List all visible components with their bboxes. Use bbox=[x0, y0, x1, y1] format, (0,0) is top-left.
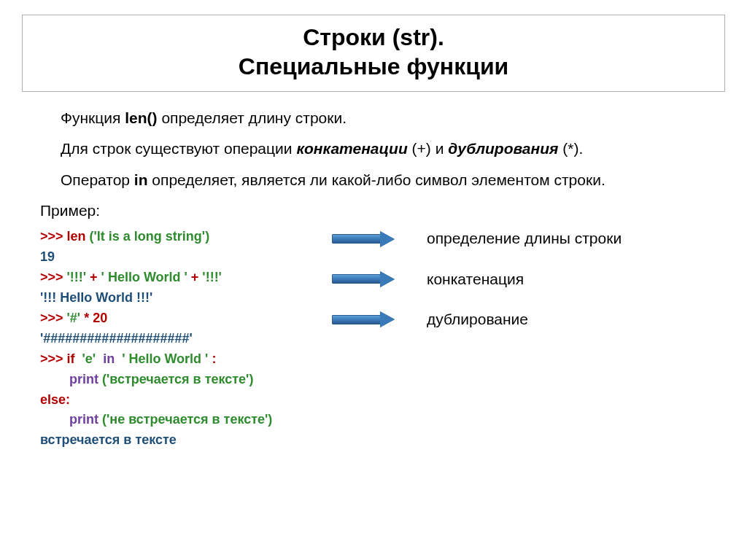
title-box: Строки (str). Специальные функции bbox=[22, 15, 725, 92]
slide: Строки (str). Специальные функции Функци… bbox=[0, 15, 747, 560]
colon: : bbox=[66, 392, 70, 407]
kw-in: in bbox=[103, 351, 115, 366]
prompt: >>> bbox=[40, 311, 67, 325]
code-line-9: else: bbox=[40, 390, 310, 411]
prompt: >>> bbox=[40, 351, 67, 366]
fn-print: print bbox=[69, 412, 102, 427]
code-block: >>> len ('It is a long string') 19 >>> '… bbox=[40, 227, 310, 451]
annotation-text-1: определение длины строки bbox=[427, 228, 622, 249]
fn: len bbox=[67, 229, 90, 244]
arrow-icon bbox=[332, 273, 398, 285]
slide-title: Строки (str). Специальные функции bbox=[37, 23, 710, 81]
text: определяет длину строки. bbox=[158, 109, 347, 126]
annotation-text-3: дублирование bbox=[427, 309, 528, 330]
inline-bold-italic: конкатенации bbox=[296, 140, 407, 157]
code-output-hello: '!!! Hello World !!!' bbox=[40, 288, 310, 308]
str: '!!!' bbox=[202, 270, 222, 284]
example-columns: >>> len ('It is a long string') 19 >>> '… bbox=[40, 227, 707, 451]
fn-print: print bbox=[69, 372, 102, 386]
text: Оператор bbox=[61, 171, 134, 188]
str: '!!!' bbox=[67, 270, 87, 284]
text: определяет, является ли какой-либо симво… bbox=[148, 171, 605, 188]
code-output-final: встречается в тексте bbox=[40, 430, 310, 451]
str: ' Hello World ' bbox=[122, 351, 208, 366]
code-output-hashes: '####################' bbox=[40, 329, 310, 349]
title-line-1: Строки (str). bbox=[303, 24, 444, 50]
code-line-3: >>> '!!!' + ' Hello World ' + '!!!' bbox=[40, 268, 310, 288]
arrow-icon bbox=[332, 233, 398, 245]
code-output-19: 19 bbox=[40, 247, 310, 268]
inline-bold: len() bbox=[125, 109, 157, 126]
kw-if: if bbox=[67, 351, 82, 366]
paragraph-in: Оператор in определяет, является ли како… bbox=[40, 170, 707, 190]
colon: : bbox=[208, 351, 216, 366]
paragraph-ops: Для строк существуют операции конкатенац… bbox=[40, 139, 707, 159]
prompt: >>> bbox=[40, 270, 67, 284]
annotation-text-2: конкатенация bbox=[427, 269, 524, 289]
paragraph-len: Функция len() определяет длину строки. bbox=[40, 108, 707, 128]
str: 'e' bbox=[82, 351, 96, 366]
str: ' Hello World ' bbox=[101, 270, 187, 284]
slide-body: Функция len() определяет длину строки. Д… bbox=[0, 99, 747, 451]
text: Для строк существуют операции bbox=[61, 140, 296, 157]
code-line-1: >>> len ('It is a long string') bbox=[40, 227, 310, 247]
annotation-row-3: дублирование bbox=[310, 309, 707, 330]
indent bbox=[40, 372, 69, 386]
inline-bold: in bbox=[134, 171, 148, 188]
kw-else: else bbox=[40, 392, 66, 407]
code-line-10: print ('не встречается в тексте') bbox=[40, 410, 310, 430]
arrow-icon bbox=[332, 314, 398, 325]
space bbox=[115, 351, 122, 366]
text: (+) и bbox=[408, 140, 448, 157]
prompt: >>> bbox=[40, 229, 67, 244]
annotation-row-2: конкатенация bbox=[310, 269, 707, 289]
inline-bold-italic: дублирования bbox=[448, 140, 558, 157]
str: '#' bbox=[67, 311, 81, 325]
num: 20 bbox=[93, 311, 107, 325]
space bbox=[96, 351, 103, 366]
annotations-column: определение длины строки конкатенация ду… bbox=[310, 227, 707, 349]
code-line-8: print ('встречается в тексте') bbox=[40, 370, 310, 390]
text: (*). bbox=[558, 140, 583, 157]
text: Функция bbox=[61, 109, 125, 126]
op: * bbox=[80, 311, 93, 325]
arg: ('It is a long string') bbox=[90, 229, 210, 244]
indent bbox=[40, 412, 69, 427]
arg: ('встречается в тексте') bbox=[102, 372, 253, 386]
op: + bbox=[187, 270, 203, 284]
arg: ('не встречается в тексте') bbox=[102, 412, 272, 427]
example-label: Пример: bbox=[40, 201, 707, 221]
op: + bbox=[86, 270, 101, 284]
code-line-7: >>> if 'e' in ' Hello World ' : bbox=[40, 349, 310, 370]
annotation-row-1: определение длины строки bbox=[310, 228, 707, 249]
code-line-5: >>> '#' * 20 bbox=[40, 308, 310, 329]
title-line-2: Специальные функции bbox=[239, 53, 508, 79]
